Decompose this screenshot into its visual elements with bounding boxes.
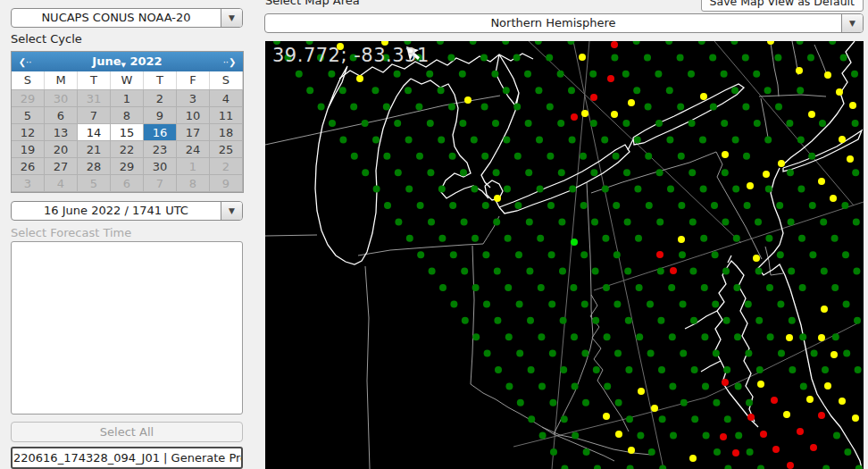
calendar-day-cell[interactable]: 16 xyxy=(144,124,177,141)
sounding-dot[interactable] xyxy=(557,71,564,78)
sounding-dot[interactable] xyxy=(572,382,579,389)
sounding-dot[interactable] xyxy=(778,160,785,167)
sounding-dot[interactable] xyxy=(561,415,568,423)
sounding-dot[interactable] xyxy=(733,235,740,242)
sounding-dot[interactable] xyxy=(853,268,860,275)
sounding-dot[interactable] xyxy=(839,136,846,143)
sounding-dot[interactable] xyxy=(318,104,325,111)
sounding-dot[interactable] xyxy=(656,169,664,176)
sounding-dot[interactable] xyxy=(840,54,847,61)
sounding-dot[interactable] xyxy=(505,235,512,242)
map-area-dropdown[interactable]: Northern Hemisphere ▼ xyxy=(264,13,864,33)
sounding-dot[interactable] xyxy=(797,87,804,94)
sounding-dot[interactable] xyxy=(405,186,413,193)
sounding-dot[interactable] xyxy=(822,366,829,373)
sounding-dot[interactable] xyxy=(537,235,544,242)
sounding-dot[interactable] xyxy=(809,251,816,258)
sounding-dot[interactable] xyxy=(615,431,622,438)
sounding-dot[interactable] xyxy=(537,186,544,193)
cycle-dropdown[interactable]: 16 June 2022 / 1741 UTC ▼ xyxy=(11,201,243,221)
sounding-dot[interactable] xyxy=(535,41,542,45)
calendar-day-cell[interactable]: 20 xyxy=(45,141,78,158)
sounding-dot[interactable] xyxy=(776,202,783,209)
sounding-dot[interactable] xyxy=(604,382,611,389)
sounding-dot[interactable] xyxy=(580,153,587,160)
calendar-day-cell[interactable]: 24 xyxy=(177,141,210,158)
calendar-day-cell[interactable]: 26 xyxy=(12,158,45,175)
sounding-dot[interactable] xyxy=(806,396,814,403)
calendar-day-cell[interactable]: 18 xyxy=(210,124,243,141)
calendar-day-cell[interactable]: 31 xyxy=(78,90,111,107)
sounding-dot[interactable] xyxy=(757,381,764,388)
sounding-dot[interactable] xyxy=(613,153,620,160)
sounding-dot[interactable] xyxy=(356,75,363,82)
sounding-dot[interactable] xyxy=(590,94,597,101)
sounding-dot[interactable] xyxy=(450,300,457,307)
sounding-dot[interactable] xyxy=(461,268,468,275)
sounding-dot[interactable] xyxy=(607,75,614,82)
sounding-dot[interactable] xyxy=(711,202,718,209)
sounding-dot[interactable] xyxy=(656,218,664,225)
sounding-dot[interactable] xyxy=(615,399,622,406)
sounding-dot[interactable] xyxy=(841,202,848,209)
sounding-dot[interactable] xyxy=(627,465,634,469)
sounding-dot[interactable] xyxy=(636,284,643,291)
sounding-dot[interactable] xyxy=(731,87,739,94)
sounding-dot[interactable] xyxy=(824,382,831,389)
sounding-dot[interactable] xyxy=(798,235,805,242)
sounding-dot[interactable] xyxy=(747,448,754,456)
sounding-dot[interactable] xyxy=(505,382,513,389)
sounding-dot[interactable] xyxy=(547,202,555,209)
sounding-dot[interactable] xyxy=(821,268,828,275)
sounding-dot[interactable] xyxy=(735,382,742,389)
sounding-dot[interactable] xyxy=(755,317,763,324)
sounding-dot[interactable] xyxy=(783,411,790,418)
sounding-dot[interactable] xyxy=(416,153,423,160)
sounding-dot[interactable] xyxy=(622,120,630,127)
sounding-dot[interactable] xyxy=(689,169,696,176)
sounding-dot[interactable] xyxy=(613,202,620,209)
sounding-dot[interactable] xyxy=(657,268,664,275)
sounding-dot[interactable] xyxy=(766,284,773,291)
sounding-dot[interactable] xyxy=(459,71,466,78)
sounding-dot[interactable] xyxy=(591,218,598,225)
sounding-dot[interactable] xyxy=(503,87,510,94)
sounding-dot[interactable] xyxy=(625,366,632,373)
sounding-dot[interactable] xyxy=(526,218,533,225)
sounding-dot[interactable] xyxy=(710,104,717,111)
forecast-time-listbox[interactable] xyxy=(11,241,243,415)
sounding-dot[interactable] xyxy=(549,399,556,406)
sounding-dot[interactable] xyxy=(417,251,424,258)
sounding-dot[interactable] xyxy=(494,317,501,324)
sounding-dot[interactable] xyxy=(689,218,697,225)
sounding-dot[interactable] xyxy=(383,104,390,111)
sounding-dot[interactable] xyxy=(339,136,346,143)
sounding-dot[interactable] xyxy=(786,120,793,127)
calendar-day-cell[interactable]: 5 xyxy=(78,175,111,192)
sounding-dot[interactable] xyxy=(583,448,590,456)
sounding-dot[interactable] xyxy=(753,255,760,262)
calendar-day-cell[interactable]: 5 xyxy=(12,107,45,124)
sounding-dot[interactable] xyxy=(491,71,498,78)
calendar-day-cell[interactable]: 10 xyxy=(177,107,210,124)
sounding-dot[interactable] xyxy=(394,71,401,78)
calendar-day-cell[interactable]: 8 xyxy=(111,107,144,124)
sounding-dot[interactable] xyxy=(592,317,599,324)
sounding-dot[interactable] xyxy=(689,268,697,275)
sounding-dot[interactable] xyxy=(362,169,369,176)
sounding-dot[interactable] xyxy=(853,218,860,225)
sounding-dot[interactable] xyxy=(651,405,658,412)
sounding-dot[interactable] xyxy=(732,186,739,193)
sounding-dot[interactable] xyxy=(722,218,729,225)
sounding-dot[interactable] xyxy=(611,54,618,61)
sounding-dot[interactable] xyxy=(637,432,644,440)
sounding-dot[interactable] xyxy=(712,251,719,258)
sounding-dot[interactable] xyxy=(633,87,640,94)
sounding-dot[interactable] xyxy=(811,350,818,357)
sounding-dot[interactable] xyxy=(645,153,652,160)
sounding-dot[interactable] xyxy=(548,251,555,258)
sounding-dot[interactable] xyxy=(570,284,577,291)
calendar-day-cell[interactable]: 17 xyxy=(177,124,210,141)
sounding-dot[interactable] xyxy=(472,284,480,291)
sounding-dot[interactable] xyxy=(797,136,805,143)
